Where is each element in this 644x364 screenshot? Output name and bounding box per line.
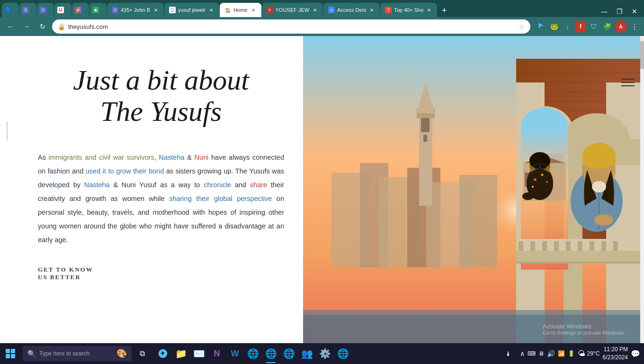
reload-button[interactable]: ↻ <box>36 20 49 33</box>
svg-rect-41 <box>566 241 571 251</box>
close-button[interactable]: ✕ <box>629 6 640 17</box>
display-icon[interactable]: 🖥 <box>538 350 544 357</box>
svg-rect-42 <box>578 241 582 251</box>
minimize-button[interactable]: — <box>599 6 610 17</box>
volume-icon[interactable]: 🔊 <box>547 350 555 357</box>
hero-image <box>303 36 644 343</box>
tab-favicon-11: A <box>328 7 335 13</box>
profile-icon[interactable]: A <box>615 20 627 33</box>
left-scroll-indicator <box>0 121 14 140</box>
tab-close-10[interactable]: ✕ <box>312 7 318 13</box>
tab-9[interactable]: 🏠 Home ✕ <box>220 3 261 17</box>
menu-line-3 <box>621 85 635 86</box>
tab-favicon-7: S <box>112 7 118 13</box>
tab-5[interactable]: ⚡ <box>72 3 89 17</box>
body-paragraph: As immigrants and civil war survivors, N… <box>38 151 284 247</box>
battery-icon[interactable]: 🔋 <box>568 350 575 357</box>
temp-icon: 🌤 <box>578 349 585 358</box>
search-placeholder-text: Type here to search <box>39 350 113 357</box>
keyboard-icon[interactable]: ⌨ <box>528 350 536 357</box>
activate-line2: Go to Settings to activate Windows. <box>543 330 625 336</box>
taskbar-chrome3-icon[interactable]: 🌐 <box>280 343 297 364</box>
taskbar-taskview-button[interactable]: ⧉ <box>134 343 151 364</box>
ext-bing-icon[interactable] <box>535 21 546 32</box>
taskbar-onenote-icon[interactable]: N <box>208 343 225 364</box>
taskbar-mail-icon[interactable]: ✉️ <box>190 343 207 364</box>
forward-button[interactable]: → <box>20 20 33 33</box>
ext-download-icon[interactable]: ↓ <box>562 21 573 32</box>
taskview-icon: ⧉ <box>140 349 145 358</box>
chrome1-icon: 🌐 <box>247 348 259 359</box>
hamburger-menu-icon[interactable] <box>621 79 635 86</box>
taskbar-word-icon[interactable]: W <box>226 343 243 364</box>
start-button[interactable] <box>0 343 21 364</box>
temperature-widget[interactable]: 🌤 29°C <box>578 349 600 358</box>
search-icon: 🔍 <box>27 350 36 357</box>
onenote-icon: N <box>214 349 220 359</box>
svg-point-55 <box>546 181 548 183</box>
notification-center-icon[interactable]: 💬 <box>631 349 640 358</box>
word-icon: W <box>231 349 239 359</box>
taskbar-chrome4-icon[interactable]: 🌐 <box>334 343 351 364</box>
tab-8[interactable]: G yusuf jewelr ✕ <box>164 3 219 17</box>
clock-date: 6/23/2024 <box>603 354 628 362</box>
tab-close-11[interactable]: ✕ <box>368 7 375 13</box>
maximize-button[interactable]: ❐ <box>614 6 625 17</box>
taskbar-file-explorer-icon[interactable]: 📁 <box>172 343 189 364</box>
mail-icon: ✉️ <box>193 348 205 359</box>
tab-6[interactable]: ★ <box>89 3 107 17</box>
tab-3[interactable]: S <box>37 3 54 17</box>
tab-close-12[interactable]: ✕ <box>426 7 432 13</box>
ext-f-icon[interactable]: f <box>575 21 586 32</box>
new-tab-button[interactable]: + <box>438 4 451 17</box>
svg-rect-11 <box>421 118 429 132</box>
taskbar-search-bar[interactable]: 🔍 Type here to search 🎨 <box>23 346 132 361</box>
url-text: theyusufs.com <box>68 23 516 30</box>
back-button[interactable]: ← <box>4 20 17 33</box>
tab-close-7[interactable]: ✕ <box>152 7 159 13</box>
tab-1[interactable]: 🔵 <box>2 3 19 17</box>
ext-frog-icon[interactable]: 🐸 <box>548 21 560 32</box>
system-tray: 🌡 ∧ ⌨ 🖥 🔊 📶 🔋 🌤 29°C 11:20 PM 6/23/2024 … <box>496 343 644 364</box>
tab-7[interactable]: S 435+ John B ✕ <box>107 3 164 17</box>
cta-section[interactable]: GET TO KNOW US BETTER <box>38 266 284 281</box>
tab-4[interactable]: M <box>54 3 72 17</box>
svg-rect-40 <box>554 241 559 251</box>
tab-11[interactable]: A Access Deni ✕ <box>323 3 380 17</box>
tab-2[interactable]: S <box>19 3 36 17</box>
ext-shield-icon[interactable]: 🛡 <box>588 21 599 32</box>
browser-chrome: 🔵 S S M ⚡ ★ S 435+ John B ✕ G yusuf jewe… <box>0 0 644 36</box>
tab-close-9[interactable]: ✕ <box>250 7 257 13</box>
browser-menu-icon[interactable]: ⋮ <box>629 21 640 32</box>
clock-widget[interactable]: 11:20 PM 6/23/2024 <box>603 346 628 362</box>
ext-puzzle-icon[interactable]: 🧩 <box>601 21 613 32</box>
tab-favicon-2: S <box>22 7 29 13</box>
taskbar-chrome1-icon[interactable]: 🌐 <box>244 343 261 364</box>
svg-point-54 <box>541 174 544 176</box>
taskbar-chrome2-icon[interactable]: 🌐 <box>262 343 279 364</box>
network-icon[interactable]: 📶 <box>558 350 565 357</box>
tab-12[interactable]: T Top 40+ Sho ✕ <box>380 3 437 17</box>
scrollbar-thumb[interactable] <box>640 41 644 69</box>
taskbar-teams-icon[interactable]: 👥 <box>298 343 315 364</box>
cta-line2: US BETTER <box>38 273 284 281</box>
svg-rect-39 <box>542 241 547 251</box>
teams-icon: 👥 <box>301 348 313 359</box>
svg-rect-61 <box>582 156 616 165</box>
svg-point-53 <box>534 178 537 181</box>
activate-line1: Activate Windows <box>543 323 625 330</box>
scrollbar-right[interactable] <box>640 36 644 343</box>
url-bar[interactable]: 🔒 theyusufs.com ☆ <box>52 19 530 34</box>
taskbar-settings-icon[interactable]: ⚙️ <box>316 343 333 364</box>
tab-label-11: Access Deni <box>337 7 366 13</box>
chrome3-icon: 🌐 <box>283 348 295 359</box>
chevron-up-icon[interactable]: ∧ <box>520 350 525 357</box>
svg-rect-7 <box>459 175 497 267</box>
svg-rect-43 <box>590 241 594 251</box>
bookmark-star-icon[interactable]: ☆ <box>519 23 525 30</box>
language-icon[interactable]: 🌡 <box>500 343 517 364</box>
taskbar-edge-icon[interactable] <box>154 343 171 364</box>
tab-close-8[interactable]: ✕ <box>208 7 215 13</box>
tab-10[interactable]: Y YOUSEF JEW ✕ <box>262 3 323 17</box>
chrome4-icon: 🌐 <box>337 348 349 359</box>
